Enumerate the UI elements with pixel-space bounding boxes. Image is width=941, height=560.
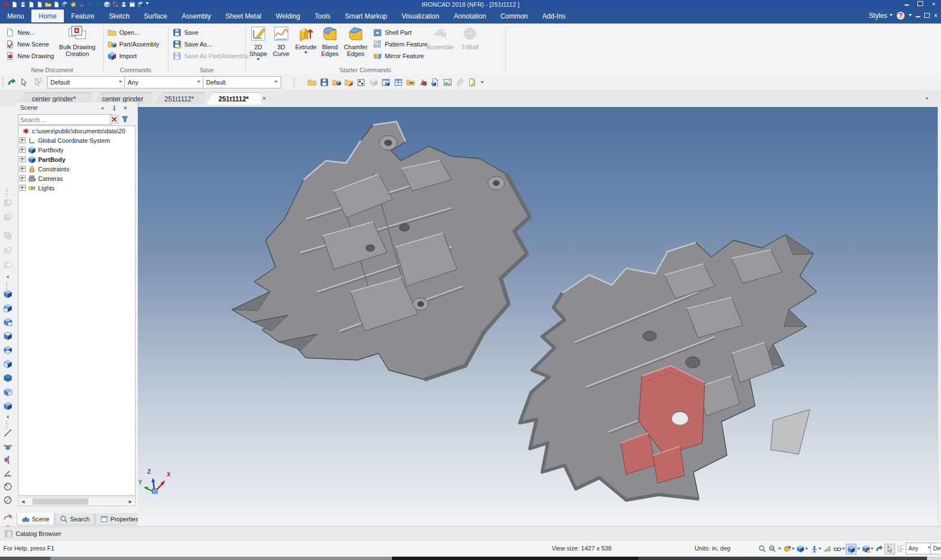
measure-diameter-icon[interactable] <box>3 496 12 505</box>
tab-welding[interactable]: Welding <box>269 10 308 22</box>
doc-tab-close-icon[interactable]: × <box>262 95 266 102</box>
select-cursor-icon[interactable] <box>19 77 29 87</box>
boolean-intersect-icon[interactable] <box>3 231 12 240</box>
style-filter-dropdown[interactable]: Default <box>47 76 125 88</box>
render-wedge-icon[interactable] <box>822 544 832 553</box>
render-style-dropdown[interactable]: Default <box>203 76 281 88</box>
tree-item-cameras[interactable]: Cameras <box>18 174 135 183</box>
window-restore-button[interactable] <box>915 1 925 7</box>
expand-icon[interactable] <box>20 166 26 172</box>
doc-close-button[interactable]: × <box>934 12 938 20</box>
view-back-icon[interactable] <box>3 318 12 326</box>
blend-edges-button[interactable]: Blend Edges <box>318 25 342 72</box>
open-button[interactable]: Open... <box>106 27 141 38</box>
visual-effects-icon[interactable] <box>832 544 842 553</box>
view-right-icon[interactable] <box>3 388 12 396</box>
tab-annotation[interactable]: Annotation <box>446 10 493 22</box>
boolean-trim-icon[interactable] <box>3 246 12 255</box>
tab-home[interactable]: Home <box>31 10 64 22</box>
save-as-part-assembly-button[interactable]: Save As Part/Assembly... <box>171 50 254 61</box>
view-bottom-icon[interactable] <box>3 346 12 354</box>
panel-menu-caret-icon[interactable] <box>101 108 104 111</box>
tree-item-constraints[interactable]: Constraints <box>18 164 135 174</box>
window-close-button[interactable]: × <box>929 1 939 7</box>
status-box-select-icon[interactable] <box>895 544 905 553</box>
mirror-feature-button[interactable]: Mirror Feature <box>372 50 425 61</box>
tree-item-partbody-1[interactable]: PartBody <box>18 145 135 155</box>
new-button[interactable]: New... <box>4 27 36 38</box>
part-display-icon[interactable] <box>861 544 870 553</box>
scene-window-icon[interactable] <box>381 77 390 87</box>
measure-horizontal-icon[interactable] <box>3 442 12 451</box>
render-toggle-icon[interactable] <box>418 77 427 87</box>
tab-menu[interactable]: Menu <box>0 10 31 22</box>
toolbar-overflow-caret-icon[interactable] <box>481 81 484 85</box>
open-scene-icon[interactable] <box>307 77 316 87</box>
save-as-button[interactable]: Save As... <box>171 39 213 49</box>
scroll-right-icon[interactable]: ► <box>128 498 133 505</box>
boolean-split-icon[interactable] <box>3 260 12 269</box>
panel-pin-icon[interactable] <box>111 105 118 112</box>
pattern-feature-button[interactable]: Pattern Feature <box>372 39 428 49</box>
window-minimize-button[interactable] <box>902 1 912 7</box>
catalog-browser-bar[interactable]: Catalog Browser <box>0 526 941 540</box>
tab-assembly[interactable]: Assembly <box>174 10 218 22</box>
tab-tools[interactable]: Tools <box>308 10 338 22</box>
walk-caret-icon[interactable] <box>818 548 822 552</box>
effects-caret-icon[interactable] <box>842 548 845 552</box>
return-tool-icon[interactable] <box>874 544 884 553</box>
shape-library-icon[interactable] <box>369 77 378 87</box>
status-render-dropdown[interactable]: Default <box>930 543 941 554</box>
return-select-icon[interactable] <box>7 77 16 87</box>
export-icon[interactable] <box>344 77 353 87</box>
assemble-button[interactable]: Assemble <box>425 25 456 72</box>
chamfer-edges-button[interactable]: Chamfer Edges <box>342 25 370 72</box>
tree-horizontal-scrollbar[interactable]: ◄ ► <box>18 497 136 506</box>
expand-icon[interactable] <box>20 137 26 143</box>
zoom-caret-icon[interactable] <box>778 548 781 552</box>
tab-visualization[interactable]: Visualization <box>394 10 446 22</box>
selection-filter-dropdown[interactable]: Any <box>124 76 204 88</box>
insert-part-icon[interactable] <box>332 77 341 87</box>
strip-collapse-icon[interactable] <box>5 416 9 419</box>
boolean-subtract-icon[interactable] <box>3 212 12 221</box>
view-dimetric-icon[interactable] <box>3 402 12 410</box>
tree-item-lights[interactable]: Lights <box>18 183 135 193</box>
save-scene-icon[interactable] <box>319 77 329 87</box>
markup-pen-icon[interactable] <box>467 77 477 87</box>
panel-tab-scene[interactable]: Scene <box>17 513 54 525</box>
doc-restore-button[interactable] <box>924 12 930 20</box>
3d-curve-button[interactable]: 3D Curve <box>270 25 292 72</box>
shape-caret-icon[interactable] <box>791 548 795 552</box>
pattern-dice-icon[interactable] <box>356 77 366 87</box>
box-select-icon[interactable] <box>32 77 42 87</box>
toolbar-grip[interactable] <box>2 78 3 87</box>
help-icon[interactable]: ? <box>897 12 905 20</box>
image-icon[interactable] <box>442 77 452 87</box>
status-select-cursor-icon[interactable] <box>884 544 895 554</box>
annotation-leader-icon[interactable] <box>3 512 12 521</box>
layout-grid-icon[interactable] <box>393 77 403 87</box>
camera-caret-icon[interactable] <box>805 548 808 552</box>
tree-item-global-coordinate-system[interactable]: Global Coordinate System <box>18 136 135 145</box>
tab-sketch[interactable]: Sketch <box>101 10 137 22</box>
expand-icon[interactable] <box>20 175 26 181</box>
view-left-icon[interactable] <box>3 360 12 368</box>
tab-surface[interactable]: Surface <box>137 10 174 22</box>
tab-smart-markup[interactable]: Smart Markup <box>338 10 394 22</box>
panel-tab-search[interactable]: Search <box>55 513 95 525</box>
status-filter-dropdown[interactable]: Any <box>906 543 934 554</box>
bulk-drawing-creation-button[interactable]: Bulk Drawing Creation <box>54 25 101 72</box>
search-filter-icon[interactable] <box>121 115 130 124</box>
doc-tab-251t1112-1[interactable]: 251t1112* <box>153 92 205 105</box>
view-solid-icon[interactable] <box>3 374 12 382</box>
render-mode-icon[interactable] <box>846 544 856 554</box>
attachment-icon[interactable] <box>455 77 464 87</box>
part-assembly-button[interactable]: Part/Assembly <box>106 39 160 49</box>
styles-dropdown[interactable]: Styles <box>869 12 893 20</box>
extrude-button[interactable]: Extrude <box>294 25 318 72</box>
doc-tab-251t1112-2[interactable]: 251t1112* <box>206 92 261 105</box>
strip-collapse-icon[interactable] <box>5 276 9 279</box>
expand-icon[interactable] <box>20 185 26 191</box>
doc-minimize-button[interactable] <box>916 12 920 20</box>
